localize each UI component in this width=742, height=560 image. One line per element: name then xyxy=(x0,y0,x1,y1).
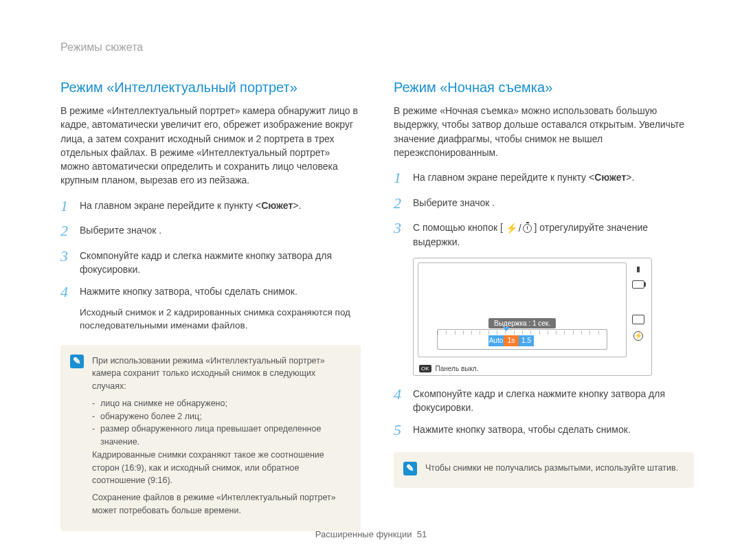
note-list: лицо на снимке не обнаружено; обнаружено… xyxy=(92,397,348,449)
note-box: ✎ При использовании режима «Интеллектуал… xyxy=(60,345,361,531)
right-steps-a: 1 На главном экране перейдите к пункту <… xyxy=(394,169,694,249)
note-list-item: лицо на снимке не обнаружено; xyxy=(100,397,348,410)
note-box: ✎ Чтобы снимки не получались размытыми, … xyxy=(394,452,694,489)
ruler-ticks xyxy=(438,330,607,335)
camera-footer-bar: OK Панель выкл. xyxy=(419,365,479,372)
ruler-value-slider: Auto 1s 1.5 xyxy=(488,335,534,346)
note-line: Кадрированные снимки сохраняют такое же … xyxy=(92,449,348,487)
step-row: 4 Нажмите кнопку затвора, чтобы сделать … xyxy=(60,283,361,301)
left-steps: 1 На главном экране перейдите к пункту <… xyxy=(60,197,361,333)
step-number: 3 xyxy=(60,247,80,265)
step-number: 1 xyxy=(394,169,413,187)
step-number: 1 xyxy=(60,197,80,215)
left-substep: Исходный снимок и 2 кадрированных снимка… xyxy=(80,306,361,333)
step-text-bold: Сюжет xyxy=(594,172,626,183)
battery-icon xyxy=(632,280,644,289)
step-row: 3 Скомпонуйте кадр и слегка нажмите кноп… xyxy=(60,247,361,277)
photo-size-icon xyxy=(632,315,644,324)
camera-viewfinder: Выдержка : 1 сек. Auto 1s 1.5 xyxy=(418,262,627,357)
two-column-layout: Режим «Интеллектуальный портрет» В режим… xyxy=(60,80,694,531)
note-line: Сохранение файлов в режиме «Интеллектуал… xyxy=(92,491,348,517)
step-number: 5 xyxy=(394,421,413,439)
step-text-post: >. xyxy=(626,172,634,183)
flash-icon: ⚡ xyxy=(506,223,517,233)
step-text: Скомпонуйте кадр и слегка нажмите кнопку… xyxy=(80,247,361,277)
step-row: 2 Выберите значок . xyxy=(394,194,694,212)
note-list-item: обнаружено более 2 лиц; xyxy=(100,410,348,423)
note-body: При использовании режима «Интеллектуальн… xyxy=(92,355,348,522)
step-text: Выберите значок . xyxy=(80,222,161,237)
shutter-ruler: Auto 1s 1.5 xyxy=(437,329,607,350)
step-text: С помощью кнопок [ ⚡/ ] отрегулируйте зн… xyxy=(413,219,694,249)
step-text-pre: С помощью кнопок [ xyxy=(413,222,503,233)
camera-preview-figure: Выдержка : 1 сек. Auto 1s 1.5 xyxy=(413,258,653,376)
step-number: 4 xyxy=(60,283,80,301)
left-intro: В режиме «Интеллектуальный портрет» каме… xyxy=(60,104,361,188)
step-number: 2 xyxy=(394,194,413,212)
step-number: 2 xyxy=(60,222,80,240)
note-line: Чтобы снимки не получались размытыми, ис… xyxy=(425,462,678,475)
right-column: Режим «Ночная съемка» В режиме «Ночная с… xyxy=(394,80,694,531)
shutter-overlay-label: Выдержка : 1 сек. xyxy=(488,318,556,328)
step-row: 3 С помощью кнопок [ ⚡/ ] отрегулируйте … xyxy=(394,219,694,249)
step-row: 1 На главном экране перейдите к пункту <… xyxy=(60,197,361,215)
camera-screen: Выдержка : 1 сек. Auto 1s 1.5 xyxy=(413,258,652,376)
ok-button-icon: OK xyxy=(419,365,431,372)
camera-side-indicators: ▮ ⚡ xyxy=(629,264,647,341)
right-intro: В режиме «Ночная съемка» можно использов… xyxy=(394,104,694,159)
step-number: 3 xyxy=(394,219,413,237)
ruler-indicator-arrows xyxy=(503,327,510,331)
step-row: 4 Скомпонуйте кадр и слегка нажмите кноп… xyxy=(394,385,694,415)
note-list-item: размер обнаруженного лица превышает опре… xyxy=(100,423,348,449)
step-row: 5 Нажмите кнопку затвора, чтобы сделать … xyxy=(394,421,694,439)
note-line: При использовании режима «Интеллектуальн… xyxy=(92,355,348,393)
step-text: На главном экране перейдите к пункту <Сю… xyxy=(413,169,634,184)
self-timer-icon xyxy=(523,224,532,233)
section-breadcrumb: Режимы сюжета xyxy=(60,41,694,54)
step-text-bold: Сюжет xyxy=(261,200,293,211)
note-body: Чтобы снимки не получались размытыми, ис… xyxy=(425,462,678,479)
footer-page-number: 51 xyxy=(417,529,427,539)
note-icon: ✎ xyxy=(403,462,417,475)
step-text: Нажмите кнопку затвора, чтобы сделать сн… xyxy=(80,283,297,298)
step-text: Скомпонуйте кадр и слегка нажмите кнопку… xyxy=(413,385,694,415)
slider-auto: Auto xyxy=(488,335,504,346)
page-footer: Расширенные функции 51 xyxy=(0,529,742,539)
step-row: 1 На главном экране перейдите к пункту <… xyxy=(394,169,694,187)
right-steps-b: 4 Скомпонуйте кадр и слегка нажмите кноп… xyxy=(394,385,694,440)
step-text-post: >. xyxy=(293,200,301,211)
step-text-pre: На главном экране перейдите к пункту < xyxy=(413,172,594,183)
shots-remaining-icon: ▮ xyxy=(632,264,644,273)
manual-page: Режимы сюжета Режим «Интеллектуальный по… xyxy=(0,0,742,560)
flash-mode-icon: ⚡ xyxy=(633,331,643,341)
step-row: 2 Выберите значок . xyxy=(60,222,361,240)
slider-current: 1s xyxy=(504,335,519,346)
step-text: Нажмите кнопку затвора, чтобы сделать сн… xyxy=(413,421,631,436)
step-text: Выберите значок . xyxy=(413,194,495,210)
left-heading: Режим «Интеллектуальный портрет» xyxy=(60,80,361,96)
step-number: 4 xyxy=(394,385,413,403)
inline-flash-timer-icons: ⚡/ xyxy=(506,221,532,235)
slider-next: 1.5 xyxy=(519,335,534,346)
triangle-down-icon xyxy=(503,327,510,331)
camera-footer-label: Панель выкл. xyxy=(436,365,479,372)
footer-section: Расширенные функции xyxy=(315,529,412,539)
step-text-pre: На главном экране перейдите к пункту < xyxy=(80,200,261,211)
right-heading: Режим «Ночная съемка» xyxy=(394,80,694,96)
step-text: На главном экране перейдите к пункту <Сю… xyxy=(80,197,301,212)
note-icon: ✎ xyxy=(70,355,84,368)
left-column: Режим «Интеллектуальный портрет» В режим… xyxy=(60,80,361,531)
